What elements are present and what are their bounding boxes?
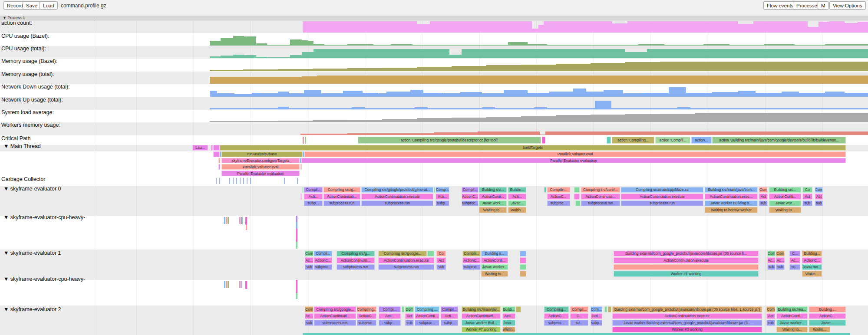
trace-event[interactable]: Javac worker... (481, 264, 508, 270)
trace-event[interactable]: buildTargets (220, 145, 846, 151)
counter-bar-memory-usage-bazel[interactable] (660, 62, 868, 71)
counter-bar-network-down-usage[interactable] (573, 89, 586, 97)
counter-bar-cpu-usage-bazel[interactable] (508, 42, 528, 46)
counter-bar-network-up-usage[interactable] (677, 107, 690, 109)
trace-event[interactable]: sub (436, 264, 446, 270)
trace-event[interactable]: sub (767, 264, 776, 270)
counter-bar-cpu-usage-total[interactable] (256, 57, 267, 58)
trace-event[interactable]: subproc... (415, 320, 439, 326)
trace-event[interactable]: Compi... (379, 306, 401, 312)
trace-event[interactable]: Waiting to... (769, 207, 801, 213)
counter-bar-cpu-usage-bazel[interactable] (703, 44, 729, 46)
counter-bar-cpu-usage-bazel[interactable] (256, 43, 267, 46)
counter-bar-cpu-usage-bazel[interactable] (764, 44, 795, 46)
counter-bar-network-up-usage[interactable] (611, 108, 677, 109)
trace-event[interactable]: subproc... (314, 264, 332, 270)
trace-event[interactable]: Compiling src/g... (337, 251, 375, 257)
trace-event[interactable]: Parallel Evaluator evaluation (301, 158, 846, 164)
trace-event[interactable]: Co (802, 187, 812, 193)
trace-event[interactable]: ActionContinuati... (462, 313, 501, 319)
counter-bar-network-down-usage[interactable] (669, 87, 686, 97)
counter-bar-network-down-usage[interactable] (343, 91, 363, 97)
trace-event[interactable] (520, 271, 526, 277)
counter-bar-network-down-usage[interactable] (799, 93, 825, 97)
trace-event[interactable]: Javac worker Building s... (705, 200, 758, 207)
skyframe-evaluator-cpu-heavy-2-event[interactable] (239, 281, 241, 288)
skyframe-evaluator-cpu-heavy-1-event[interactable] (296, 216, 297, 222)
counter-bar-system-load-average[interactable] (278, 121, 313, 122)
counter-bar-cpu-usage-bazel[interactable] (608, 45, 638, 46)
trace-event[interactable]: Compiling src/g... (323, 187, 360, 193)
counter-bar-action-count[interactable] (627, 21, 738, 33)
trace-event[interactable]: Com (405, 306, 414, 312)
counter-bar-network-up-usage[interactable] (534, 107, 547, 109)
counter-bar-network-up-usage[interactable] (482, 107, 495, 109)
gc-event-tick[interactable] (243, 178, 244, 184)
trace-event[interactable]: Javac... (508, 200, 526, 207)
counter-bar-network-down-usage[interactable] (712, 92, 738, 97)
trace-event[interactable]: ActionContinuation.execute (612, 313, 762, 319)
trace-event[interactable] (516, 306, 521, 312)
counter-bar-network-up-usage[interactable] (428, 108, 482, 109)
counter-bar-memory-usage-total[interactable] (210, 77, 302, 84)
trace-event[interactable]: Waiting to... (479, 207, 507, 213)
counter-bar-network-down-usage[interactable] (782, 92, 799, 97)
trace-event[interactable]: Act (759, 194, 768, 200)
counter-bar-network-down-usage[interactable] (252, 93, 261, 97)
counter-bar-action-count[interactable] (430, 21, 532, 33)
trace-event[interactable]: subprocess.run (323, 200, 360, 207)
counter-bar-cpu-usage-bazel[interactable] (373, 45, 391, 46)
trace-event[interactable] (211, 145, 213, 151)
trace-event[interactable] (608, 306, 611, 312)
counter-bar-action-count[interactable] (845, 23, 858, 33)
gc-event-tick[interactable] (236, 178, 237, 184)
trace-event[interactable]: Buildi... (502, 306, 515, 312)
trace-event[interactable]: Compil... (314, 251, 332, 257)
counter-bar-cpu-usage-bazel[interactable] (210, 41, 221, 46)
counter-bar-system-load-average[interactable] (591, 115, 625, 122)
counter-bar-memory-usage-bazel[interactable] (243, 69, 278, 71)
trace-event[interactable]: subprocess.run (337, 264, 375, 270)
trace-event[interactable]: Waitin... (802, 271, 822, 277)
load-button[interactable]: Load (40, 1, 58, 10)
counter-bar-memory-usage-bazel[interactable] (382, 68, 417, 71)
trace-event[interactable]: subproc... (462, 200, 479, 207)
trace-event[interactable]: Building src/main/java/com... (705, 187, 758, 193)
trace-event[interactable]: Compiling src/core/... (581, 187, 620, 193)
trace-event[interactable]: Com... (591, 306, 602, 312)
gc-event-tick[interactable] (284, 178, 285, 184)
counter-bar-system-load-average[interactable] (556, 115, 591, 122)
skyframe-evaluator-cpu-heavy-1-event[interactable] (226, 217, 228, 224)
trace-event[interactable]: sub (305, 320, 314, 326)
trace-event[interactable]: Java... (502, 320, 515, 326)
trace-event[interactable] (575, 200, 581, 207)
trace-event[interactable]: Act (815, 194, 823, 200)
trace-event[interactable]: Javac wor... (769, 200, 801, 207)
counter-bar-network-up-usage[interactable] (210, 108, 278, 109)
trace-event[interactable]: sub (305, 264, 314, 270)
counter-bar-cpu-usage-bazel[interactable] (795, 45, 825, 46)
skyframe-evaluator-cpu-heavy-2-event[interactable] (226, 281, 228, 288)
counter-bar-network-down-usage[interactable] (460, 92, 482, 97)
counter-bar-network-down-usage[interactable] (321, 93, 343, 97)
counter-bar-network-up-usage[interactable] (495, 108, 534, 109)
trace-event[interactable]: C... (570, 313, 588, 319)
trace-event[interactable]: subp... (379, 320, 401, 326)
counter-bar-workers-memory-usage[interactable] (478, 131, 540, 135)
trace-event[interactable]: ActionC... (809, 313, 846, 319)
skyframe-evaluator-cpu-heavy-1-event[interactable] (296, 242, 297, 249)
counter-bar-network-down-usage[interactable] (549, 92, 573, 97)
skyframe-evaluator-cpu-heavy-1-event[interactable] (296, 229, 297, 242)
counter-bar-network-up-usage[interactable] (690, 108, 868, 109)
trace-event[interactable]: Acti... (304, 194, 323, 200)
process-header[interactable]: ▼ Process 1 (0, 16, 868, 20)
trace-event[interactable]: ActionConti... (769, 194, 801, 200)
trace-event[interactable]: Acti... (441, 313, 458, 319)
trace-event[interactable]: Compiling ... (415, 306, 439, 312)
counter-bar-cpu-usage-bazel[interactable] (469, 45, 508, 46)
trace-event[interactable]: Compili... (462, 251, 481, 257)
counter-bar-network-down-usage[interactable] (825, 92, 845, 97)
trace-event[interactable]: Compiling src/google... (314, 306, 356, 312)
counter-bar-network-down-usage[interactable] (482, 93, 504, 97)
trace-event[interactable] (302, 187, 304, 193)
